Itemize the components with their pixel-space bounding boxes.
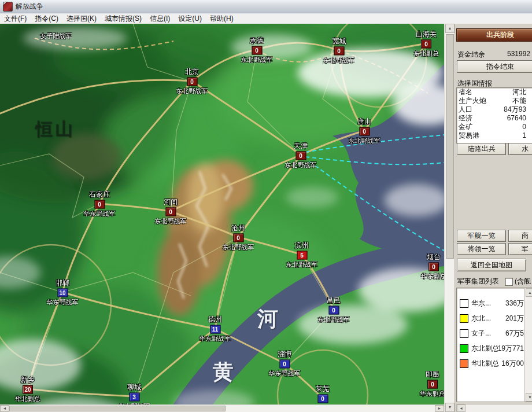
group-row[interactable]: 东北剿总19万771 [457, 341, 532, 356]
garrison-marker[interactable]: 10 [57, 289, 68, 297]
garrison-marker[interactable]: 0 [94, 200, 105, 209]
garrison-marker[interactable]: 20 [23, 385, 33, 394]
scroll-left-button[interactable]: ◄ [457, 404, 466, 412]
group-row[interactable]: 华北剿总16万00 [457, 356, 532, 371]
garrison-marker[interactable]: 0 [427, 380, 438, 389]
info-label: 人口 [459, 105, 472, 114]
city-name: 北京 [176, 67, 208, 77]
scroll-thumb[interactable] [9, 406, 226, 411]
city-承德[interactable]: 承德0东北野战军 [241, 36, 273, 64]
group-strength: 201万 [505, 314, 524, 323]
city-唐山[interactable]: 唐山0东北野战军 [349, 117, 380, 145]
garrison-marker[interactable]: 3 [129, 393, 139, 402]
map-horizontal-scrollbar[interactable]: ◄ ► [0, 404, 444, 412]
merchant-list-button[interactable]: 商 [508, 230, 532, 242]
sea-deploy-button[interactable]: 水 [508, 143, 532, 155]
garrison-marker[interactable]: 5 [297, 251, 307, 260]
menu-item[interactable]: 城市情报(S) [101, 13, 146, 25]
info-row: 生产火炮不能 [457, 97, 532, 105]
side-panel: 出兵阶段 资金结余 531992 指令结束 选择国情报 省名河北生产火炮不能人口… [455, 24, 532, 412]
group-list-horizontal-scrollbar[interactable]: ◄ [456, 404, 532, 412]
map-viewport: 恒山河黄女子陆战军 承德0东北野战军宽城0东北野战军山海关0东北剿总北京0东北野… [0, 24, 444, 412]
army-label: 华东野战军 [84, 209, 116, 218]
fleet-list-button[interactable]: 军舰一览 [457, 230, 506, 242]
scroll-thumb[interactable] [446, 34, 454, 259]
menu-item[interactable]: 文件(F) [0, 13, 31, 25]
army-label: 华东野战军 [47, 298, 79, 307]
city-name: 烟台 [421, 252, 444, 262]
garrison-marker[interactable]: 0 [328, 306, 339, 315]
city-昌邑[interactable]: 昌邑0东北野战军 [318, 296, 350, 324]
city-宽城[interactable]: 宽城0东北野战军 [323, 36, 355, 65]
city-新乡[interactable]: 新乡20华北剿总 [15, 375, 40, 403]
city-即墨[interactable]: 即墨0华东剿总 [420, 370, 444, 398]
garrison-marker[interactable]: 0 [334, 47, 344, 56]
city-山海关[interactable]: 山海关0东北剿总 [413, 30, 439, 58]
army-label: 东北野战军 [285, 161, 317, 170]
return-to-national-map-button[interactable]: 返回全国地图 [457, 259, 526, 271]
city-北京[interactable]: 北京0东北野战军 [176, 67, 208, 95]
city-河间[interactable]: 河间0东北野战军 [155, 197, 187, 226]
city-滨州[interactable]: 滨州5东北野战军 [286, 241, 318, 269]
group-color-swatch [460, 359, 468, 368]
info-label: 金矿 [459, 123, 472, 131]
city-石家庄[interactable]: 石家庄0华东野战军 [84, 190, 116, 218]
garrison-marker[interactable]: 0 [428, 263, 439, 271]
city-name: 河间 [155, 197, 187, 207]
general-list-button[interactable]: 将领一览 [457, 243, 506, 255]
scroll-left-button[interactable]: ◄ [0, 405, 9, 412]
garrison-marker[interactable]: 0 [165, 208, 176, 216]
city-name: 昌邑 [318, 296, 350, 306]
group-name: 东北... [471, 314, 505, 323]
garrison-marker[interactable]: 0 [421, 40, 431, 49]
group-row[interactable]: 东北...201万 [457, 311, 532, 326]
map-canvas[interactable] [0, 24, 444, 405]
title-bar[interactable]: 解放战争 [0, 0, 532, 13]
include-ships-checkbox[interactable] [505, 278, 513, 286]
map-vertical-scrollbar[interactable]: ▲ ▼ [444, 24, 455, 412]
army-label: 东北野战军 [155, 217, 187, 226]
menu-item[interactable]: 设定(U) [174, 13, 206, 25]
app-icon [3, 2, 13, 12]
city-淄博[interactable]: 淄博0华东野战军 [269, 350, 301, 378]
group-row[interactable]: 华东...336万 [457, 296, 532, 311]
menu-item[interactable]: 帮助(H) [206, 13, 238, 25]
group-color-swatch [460, 314, 468, 323]
window-title: 解放战争 [16, 2, 43, 12]
city-德州[interactable]: 德州11华东野战军 [200, 315, 231, 343]
group-row[interactable]: 女子...67万5 [457, 326, 532, 341]
garrison-marker[interactable]: 11 [210, 325, 220, 334]
army-label: 东北野战军 [241, 56, 273, 64]
end-turn-button[interactable]: 指令结束 [457, 60, 532, 73]
menu-item[interactable]: 信息(I) [146, 13, 174, 25]
garrison-marker[interactable]: 0 [252, 46, 262, 55]
garrison-marker[interactable]: 0 [317, 395, 328, 403]
city-name: 天津 [285, 141, 317, 151]
garrison-marker[interactable]: 0 [233, 234, 243, 242]
city-邯郸[interactable]: 邯郸10华东野战军 [47, 278, 79, 307]
city-烟台[interactable]: 烟台0华东剿总 [421, 252, 444, 281]
garrison-marker[interactable]: 0 [187, 78, 197, 86]
garrison-marker[interactable]: 0 [279, 360, 290, 369]
scroll-down-button[interactable]: ▼ [526, 393, 532, 402]
funds-label: 资金结余 [457, 50, 485, 60]
city-天津[interactable]: 天津0东北野战军 [285, 141, 317, 170]
scroll-right-button[interactable]: ► [435, 405, 444, 412]
garrison-marker[interactable]: 0 [295, 152, 306, 160]
group-list-title: 军事集团列表 [457, 277, 499, 286]
menu-item[interactable]: 指令(C) [31, 13, 62, 25]
army-list-button[interactable]: 军 [508, 243, 532, 255]
scroll-down-button[interactable]: ▼ [445, 403, 455, 412]
scroll-up-button[interactable]: ▲ [445, 24, 455, 33]
menu-item[interactable]: 选择国(K) [62, 13, 101, 25]
army-label: 东北野战军 [349, 137, 380, 145]
land-deploy-button[interactable]: 陆路出兵 [457, 143, 506, 155]
garrison-marker[interactable]: 0 [359, 127, 370, 136]
group-color-swatch [460, 329, 468, 338]
army-label: 华东野战军 [269, 369, 301, 378]
city-沧州[interactable]: 沧州0东北野战军 [223, 223, 254, 252]
group-list-scrollbar[interactable]: ▲ ▼ [524, 288, 532, 402]
group-color-swatch [460, 344, 468, 353]
scroll-up-button[interactable]: ▲ [526, 288, 532, 297]
city-name: 德州 [200, 315, 231, 325]
